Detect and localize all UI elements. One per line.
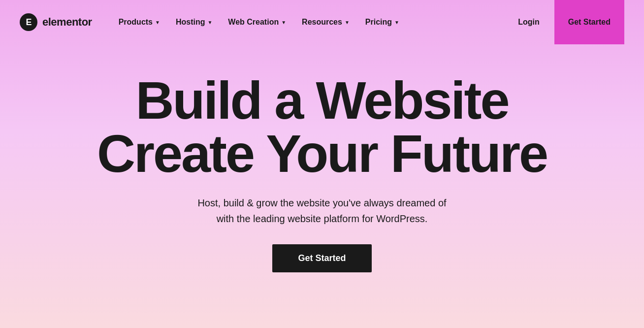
- logo-text: elementor: [42, 16, 92, 29]
- nav-item-pricing[interactable]: Pricing ▼: [358, 14, 406, 31]
- nav-label-hosting: Hosting: [176, 18, 205, 27]
- hero-subtitle-line1: Host, build & grow the website you've al…: [197, 197, 446, 208]
- nav-right: Login Get Started: [511, 0, 624, 44]
- nav-label-pricing: Pricing: [365, 18, 392, 27]
- nav-links: Products ▼ Hosting ▼ Web Creation ▼ Reso…: [112, 14, 512, 31]
- chevron-down-icon: ▼: [345, 20, 350, 25]
- navbar: E elementor Products ▼ Hosting ▼ Web Cre…: [0, 0, 644, 44]
- nav-label-resources: Resources: [302, 18, 342, 27]
- nav-item-resources[interactable]: Resources ▼: [295, 14, 356, 31]
- chevron-down-icon: ▼: [207, 20, 212, 25]
- hero-title: Build a Website Create Your Future: [97, 74, 547, 180]
- nav-label-web-creation: Web Creation: [228, 18, 279, 27]
- nav-item-products[interactable]: Products ▼: [112, 14, 167, 31]
- elementor-logo-icon: E: [20, 13, 37, 31]
- hero-get-started-button[interactable]: Get Started: [272, 244, 371, 272]
- chevron-down-icon: ▼: [394, 20, 399, 25]
- hero-subtitle-line2: with the leading website platform for Wo…: [217, 213, 428, 224]
- hero-subtitle: Host, build & grow the website you've al…: [197, 195, 446, 227]
- get-started-nav-button[interactable]: Get Started: [554, 0, 624, 44]
- nav-item-hosting[interactable]: Hosting ▼: [169, 14, 219, 31]
- chevron-down-icon: ▼: [155, 20, 160, 25]
- logo-area[interactable]: E elementor: [20, 13, 92, 31]
- nav-label-products: Products: [119, 18, 153, 27]
- hero-title-line1: Build a Website: [135, 70, 508, 130]
- hero-section: Build a Website Create Your Future Host,…: [0, 44, 644, 272]
- nav-item-web-creation[interactable]: Web Creation ▼: [221, 14, 293, 31]
- hero-title-line2: Create Your Future: [97, 124, 547, 183]
- chevron-down-icon: ▼: [281, 20, 286, 25]
- login-button[interactable]: Login: [511, 14, 547, 31]
